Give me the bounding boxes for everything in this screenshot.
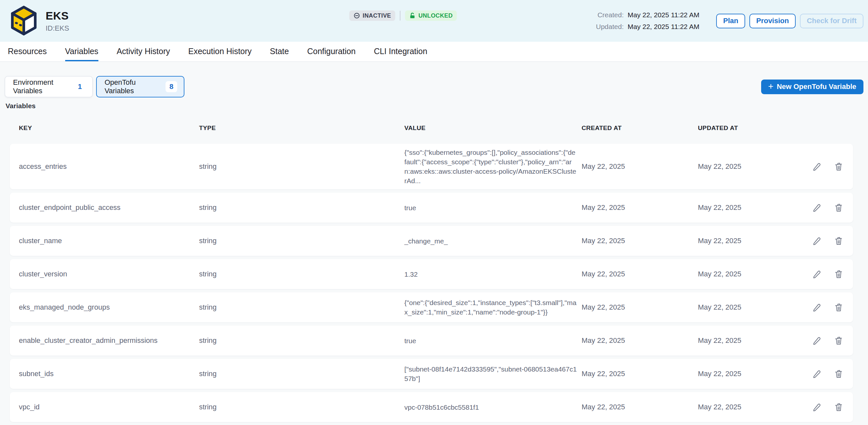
variable-value: vpc-078b51c6cbc5581f1 xyxy=(404,403,479,411)
tab-execution-history[interactable]: Execution History xyxy=(188,42,252,61)
tab-resources[interactable]: Resources xyxy=(8,42,47,61)
trash-icon xyxy=(834,402,843,412)
trash-icon xyxy=(834,302,843,312)
variable-created-at: May 22, 2025 xyxy=(582,162,698,171)
pencil-icon xyxy=(812,402,822,412)
column-header-updated-at: UPDATED AT xyxy=(698,124,801,132)
variable-type: string xyxy=(199,403,404,411)
variable-key: vpc_id xyxy=(19,403,199,411)
new-opentofu-variable-button[interactable]: + New OpenTofu Variable xyxy=(761,80,863,94)
trash-icon xyxy=(834,369,843,379)
table-row: vpc_id string vpc-078b51c6cbc5581f1 May … xyxy=(10,392,853,422)
table-row: enable_cluster_creator_admin_permissions… xyxy=(10,326,853,356)
trash-icon xyxy=(834,236,843,246)
variable-key: subnet_ids xyxy=(19,370,199,378)
created-value: May 22, 2025 11:22 AM xyxy=(627,11,699,19)
tab-variables[interactable]: Variables xyxy=(65,42,98,61)
variable-type: string xyxy=(199,237,404,245)
tab-state[interactable]: State xyxy=(270,42,289,61)
pencil-icon xyxy=(812,336,822,345)
pencil-icon xyxy=(812,269,822,279)
variable-updated-at: May 22, 2025 xyxy=(698,303,801,311)
updated-label: Updated: xyxy=(596,23,624,31)
tab-cli-integration[interactable]: CLI Integration xyxy=(374,42,427,61)
variable-key: access_entries xyxy=(19,162,199,171)
edit-variable-button[interactable] xyxy=(811,269,822,279)
provision-button[interactable]: Provision xyxy=(749,14,796,28)
edit-variable-button[interactable] xyxy=(811,402,822,412)
edit-variable-button[interactable] xyxy=(811,236,822,246)
header-right: Created: May 22, 2025 11:22 AM Updated: … xyxy=(596,11,863,31)
table-row: subnet_ids string ["subnet-08f14e7142d33… xyxy=(10,359,853,389)
delete-variable-button[interactable] xyxy=(834,402,844,412)
edit-variable-button[interactable] xyxy=(811,302,822,312)
variable-created-at: May 22, 2025 xyxy=(582,237,698,245)
table-row: cluster_endpoint_public_access string tr… xyxy=(10,193,853,222)
table-row: eks_managed_node_groups string {"one":{"… xyxy=(10,292,853,322)
status-badge: INACTIVE xyxy=(349,10,395,21)
page-title: EKS xyxy=(45,9,69,22)
edit-variable-button[interactable] xyxy=(811,369,822,379)
variable-created-at: May 22, 2025 xyxy=(582,403,698,411)
check-for-drift-button[interactable]: Check for Drift xyxy=(800,14,863,28)
variable-value: true xyxy=(404,204,416,212)
variable-updated-at: May 22, 2025 xyxy=(698,203,801,212)
tab-configuration[interactable]: Configuration xyxy=(307,42,356,61)
opentofu-variables-tab[interactable]: OpenTofu Variables 8 xyxy=(96,76,184,97)
pencil-icon xyxy=(812,162,822,172)
edit-variable-button[interactable] xyxy=(811,335,822,346)
lock-badge-label: UNLOCKED xyxy=(418,12,453,19)
stack-header: EKS ID:EKS INACTIVE UNLOCKED C xyxy=(0,0,868,42)
edit-variable-button[interactable] xyxy=(811,203,822,213)
variable-key: cluster_version xyxy=(19,270,199,278)
delete-variable-button[interactable] xyxy=(834,161,844,172)
variable-value: true xyxy=(404,337,416,344)
variable-value: _change_me_ xyxy=(404,237,448,245)
environment-variables-count: 1 xyxy=(78,83,82,91)
variable-created-at: May 22, 2025 xyxy=(582,370,698,378)
delete-variable-button[interactable] xyxy=(834,335,844,346)
environment-variables-tab[interactable]: Environment Variables 1 xyxy=(5,76,93,97)
column-header-created-at: CREATED AT xyxy=(582,124,698,132)
delete-variable-button[interactable] xyxy=(834,269,844,279)
variables-page: Environment Variables 1 OpenTofu Variabl… xyxy=(0,62,868,422)
environment-variables-label: Environment Variables xyxy=(13,78,74,95)
variable-updated-at: May 22, 2025 xyxy=(698,270,801,278)
trash-icon xyxy=(834,162,843,172)
delete-variable-button[interactable] xyxy=(834,236,844,246)
table-row: cluster_version string 1.32 May 22, 2025… xyxy=(10,259,853,289)
updated-value: May 22, 2025 11:22 AM xyxy=(627,23,699,31)
opentofu-variables-label: OpenTofu Variables xyxy=(104,78,165,95)
variables-table-body: access_entries string {"sso":{"kubernete… xyxy=(10,144,853,422)
column-header-key: KEY xyxy=(19,124,199,132)
variable-created-at: May 22, 2025 xyxy=(582,270,698,278)
delete-variable-button[interactable] xyxy=(834,302,844,312)
unlock-icon xyxy=(409,12,416,19)
trash-icon xyxy=(834,203,843,212)
variable-type: string xyxy=(199,162,404,171)
delete-variable-button[interactable] xyxy=(834,203,844,213)
new-opentofu-variable-label: New OpenTofu Variable xyxy=(777,83,856,91)
variable-created-at: May 22, 2025 xyxy=(582,303,698,311)
opentofu-variables-count: 8 xyxy=(169,83,173,91)
variables-heading: Variables xyxy=(5,102,863,110)
variable-updated-at: May 22, 2025 xyxy=(698,237,801,245)
header-actions: Plan Provision Check for Drift xyxy=(716,14,863,28)
pencil-icon xyxy=(812,369,822,379)
variables-table-header: KEY TYPE VALUE CREATED AT UPDATED AT xyxy=(10,118,853,138)
variable-type: string xyxy=(199,370,404,378)
tab-activity-history[interactable]: Activity History xyxy=(117,42,170,61)
table-row: access_entries string {"sso":{"kubernete… xyxy=(10,144,853,189)
delete-variable-button[interactable] xyxy=(834,369,844,379)
lock-badge[interactable]: UNLOCKED xyxy=(405,10,457,21)
variable-type: string xyxy=(199,270,404,278)
edit-variable-button[interactable] xyxy=(811,161,822,172)
stack-identity: EKS ID:EKS xyxy=(9,5,69,36)
status-badges: INACTIVE UNLOCKED xyxy=(349,10,457,21)
variable-updated-at: May 22, 2025 xyxy=(698,403,801,411)
variable-value: ["subnet-08f14e7142d333595","subnet-0680… xyxy=(404,365,577,382)
variable-created-at: May 22, 2025 xyxy=(582,336,698,345)
variable-value: {"sso":{"kubernetes_groups":[],"policy_a… xyxy=(404,149,577,184)
column-header-type: TYPE xyxy=(199,124,404,132)
plan-button[interactable]: Plan xyxy=(716,14,745,28)
